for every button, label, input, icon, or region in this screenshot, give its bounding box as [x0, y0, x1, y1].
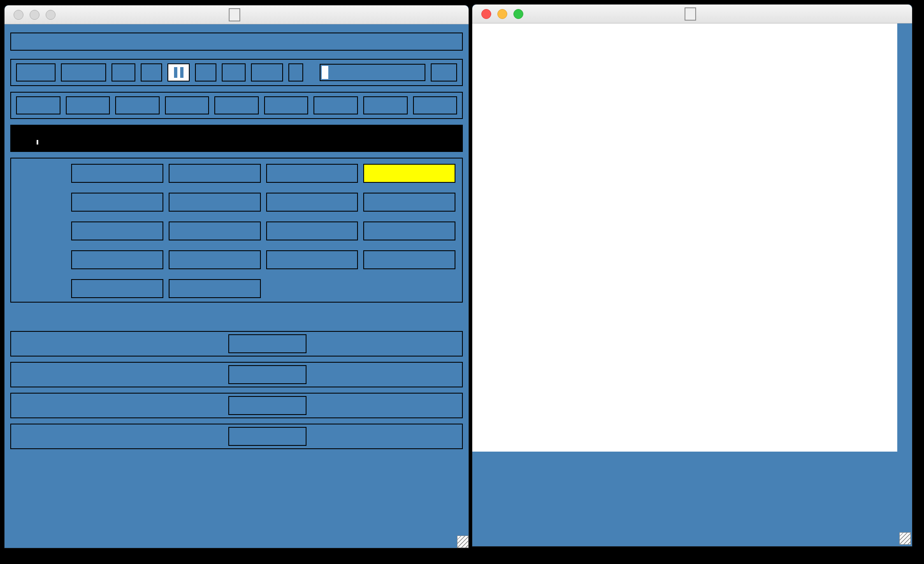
image-window-titlebar[interactable] — [472, 5, 912, 23]
var-button-ref-selected[interactable] — [363, 164, 455, 183]
range-button[interactable] — [313, 96, 358, 114]
var-button-zdr[interactable] — [266, 193, 358, 212]
rewind-icon[interactable] — [111, 63, 135, 82]
dim-row-x — [10, 424, 463, 449]
radar-reflectivity-image[interactable] — [472, 23, 897, 452]
var-button-vel[interactable] — [71, 193, 163, 212]
edit-button[interactable] — [251, 63, 283, 82]
x11-icon — [229, 8, 240, 21]
invert-p-button[interactable] — [66, 96, 110, 114]
radar-image-window — [472, 4, 912, 547]
colorbar-strip[interactable] — [37, 128, 436, 140]
time-current-button[interactable] — [228, 334, 306, 353]
transport-toolbar — [10, 59, 463, 86]
tools-toolbar — [10, 92, 463, 119]
var-button-ref-s3[interactable] — [169, 221, 261, 240]
x11-icon — [685, 7, 696, 21]
variable-grid — [71, 164, 455, 298]
var-button-phi[interactable] — [363, 193, 455, 212]
var-button-rho[interactable] — [71, 221, 163, 240]
var-button-convstrat[interactable] — [169, 279, 261, 298]
axes-button[interactable] — [264, 96, 309, 114]
step-back-icon[interactable] — [141, 63, 162, 82]
dim-row-y — [10, 393, 463, 418]
dim-table-header — [10, 310, 463, 326]
var-button-alpha[interactable] — [169, 250, 261, 269]
fast-forward-icon[interactable] — [222, 63, 246, 82]
var-button-gamma[interactable] — [363, 250, 455, 269]
pause-button[interactable] — [167, 63, 190, 82]
variable-panel — [10, 158, 463, 303]
delay-slider-handle[interactable] — [322, 66, 328, 79]
dim-row-time — [10, 331, 463, 357]
var-button-lat0[interactable] — [169, 164, 261, 183]
var-button-time-bounds[interactable] — [71, 164, 163, 183]
step-forward-icon[interactable] — [195, 63, 216, 82]
dim-row-z0 — [10, 362, 463, 387]
resize-grip[interactable] — [457, 536, 469, 548]
colorbar-ticks — [37, 140, 436, 151]
print-button[interactable] — [413, 96, 457, 114]
options-button[interactable] — [431, 63, 457, 82]
help-button[interactable] — [288, 63, 303, 82]
var-button-elevation[interactable] — [71, 250, 163, 269]
pause-icon — [174, 67, 183, 78]
ncview-titlebar[interactable] — [5, 5, 469, 24]
goto-frame-1-button[interactable] — [61, 63, 106, 82]
var-button-azimuth[interactable] — [363, 221, 455, 240]
y-current-button[interactable] — [228, 396, 306, 415]
interpolation-button[interactable] — [363, 96, 408, 114]
var-button-lon0[interactable] — [266, 164, 358, 183]
ncview-control-window — [4, 5, 469, 548]
colormap-button[interactable] — [16, 96, 60, 114]
x-current-button[interactable] — [228, 427, 306, 446]
radar-display-area[interactable] — [472, 23, 897, 452]
var-button-sw[interactable] — [169, 193, 261, 212]
var-button-beta[interactable] — [266, 250, 358, 269]
invert-c-button[interactable] — [115, 96, 160, 114]
delay-slider[interactable] — [320, 64, 425, 81]
window-title — [472, 7, 912, 21]
var-button-range[interactable] — [71, 279, 163, 298]
var-button-ref-s5[interactable] — [266, 221, 358, 240]
z0-current-button[interactable] — [228, 365, 306, 384]
colorbar-tick-5 — [37, 140, 38, 144]
resize-grip[interactable] — [899, 532, 911, 545]
station-title-button[interactable] — [10, 33, 463, 51]
magnify-button[interactable] — [165, 96, 209, 114]
colorbar[interactable] — [10, 125, 463, 152]
quit-button[interactable] — [16, 63, 56, 82]
transform-button[interactable] — [214, 96, 259, 114]
window-title — [5, 8, 469, 21]
